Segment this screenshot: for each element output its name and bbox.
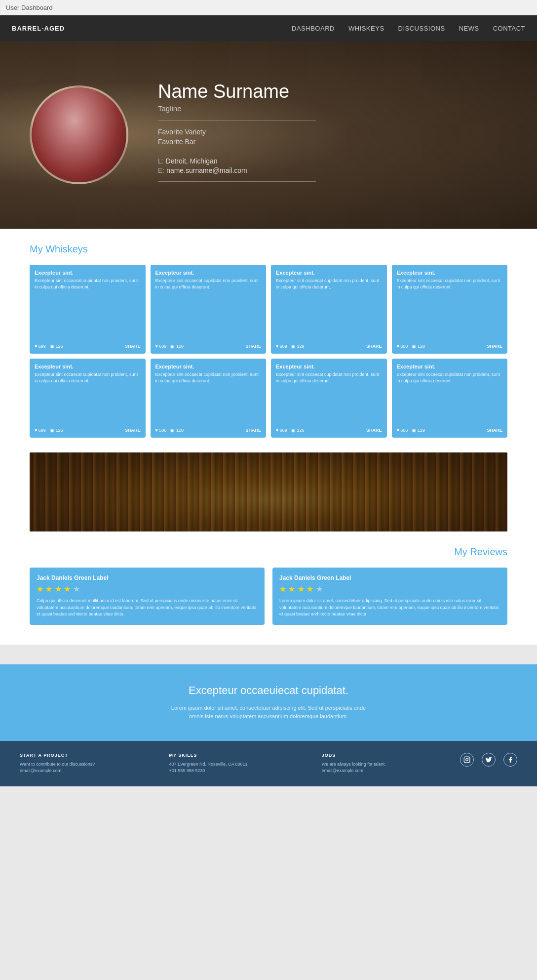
card-title: Excepteur sint.	[276, 364, 382, 369]
share-button[interactable]: SHARE	[487, 428, 502, 433]
card-likes: 506	[155, 428, 167, 433]
nav-links: DASHBOARD WHISKEYS DISCUSSIONS NEWS CONT…	[292, 25, 525, 32]
main-content: My Whiskeys Excepteur sint. Excepteur si…	[0, 229, 537, 645]
hero-favorite-variety: Favorite Variety	[158, 128, 507, 136]
list-item[interactable]: Jack Daniels Green Label ★ ★ ★ ★ ★ Lorem…	[272, 568, 507, 625]
list-item[interactable]: Excepteur sint. Excepteur sint occaecat …	[271, 265, 387, 354]
footer-col-heading: MY SKILLS	[169, 753, 247, 758]
card-footer: 609 120 SHARE	[155, 344, 262, 349]
hero-tagline: Tagline	[158, 104, 507, 113]
card-likes: 606	[397, 428, 408, 433]
star-5-empty: ★	[316, 585, 323, 593]
card-comments: 129	[291, 344, 305, 349]
hero-email: name.surname@mail.com	[158, 166, 507, 174]
share-button[interactable]: SHARE	[125, 428, 141, 433]
navbar: BARREL-AGED DASHBOARD WHISKEYS DISCUSSIO…	[0, 15, 537, 41]
card-body: Excepteur sint occaecat cupidatat non pr…	[155, 371, 262, 384]
card-footer: 506 120 SHARE	[155, 428, 262, 433]
card-footer: 609 126 SHARE	[276, 428, 382, 433]
hero-name: Name Surname	[158, 81, 507, 102]
footer-col-heading: JOBS	[322, 753, 386, 758]
card-title: Excepteur sint.	[276, 270, 382, 276]
card-comments: 120	[412, 344, 425, 349]
list-item[interactable]: Excepteur sint. Excepteur sint occaecat …	[30, 359, 146, 438]
footer-col-start-project: START A PROJECT Want to contribute to ou…	[20, 753, 95, 775]
star-5-empty: ★	[73, 585, 80, 593]
card-body: Excepteur sint occaecat cupidatat non pr…	[276, 371, 382, 384]
list-item[interactable]: Excepteur sint. Excepteur sint occaecat …	[271, 359, 387, 438]
list-item[interactable]: Excepteur sint. Excepteur sint occaecat …	[392, 359, 508, 438]
star-2: ★	[288, 585, 295, 593]
window-title-bar: User Dashboard	[0, 0, 537, 15]
review-stars: ★ ★ ★ ★ ★	[279, 584, 500, 594]
nav-discussions[interactable]: DISCUSSIONS	[398, 25, 445, 32]
cta-banner: Excepteur occaeuiecat cupidatat. Lorem i…	[0, 664, 537, 741]
card-title: Excepteur sint.	[35, 364, 141, 369]
card-likes: 609	[155, 344, 167, 349]
cta-body: Lorem ipsum dolor sit amet, consectetuer…	[165, 704, 372, 721]
nav-news[interactable]: NEWS	[459, 25, 479, 32]
hero-location: Detroit, Michigan	[158, 157, 507, 165]
star-1: ★	[37, 585, 43, 593]
twitter-icon[interactable]	[482, 753, 496, 767]
nav-brand: BARREL-AGED	[12, 25, 65, 32]
list-item[interactable]: Excepteur sint. Excepteur sint occaecat …	[151, 359, 267, 438]
whiskey-grid: Excepteur sint. Excepteur sint occaecat …	[30, 265, 507, 438]
share-button[interactable]: SHARE	[366, 344, 382, 349]
hero-info: Name Surname Tagline Favorite Variety Fa…	[158, 81, 507, 189]
card-footer: 609 129 SHARE	[276, 344, 382, 349]
hero-divider-bottom	[158, 181, 316, 182]
share-button[interactable]: SHARE	[245, 428, 261, 433]
star-1: ★	[279, 585, 286, 593]
hero-divider-top	[158, 121, 316, 121]
footer-col-heading: START A PROJECT	[20, 753, 95, 758]
card-comments: 126	[291, 428, 305, 433]
footer-col-jobs: JOBS We are always looking for talent. e…	[322, 753, 386, 775]
instagram-icon[interactable]	[460, 753, 474, 767]
card-footer: 608 120 SHARE	[397, 344, 503, 349]
nav-whiskeys[interactable]: WHISKEYS	[348, 25, 384, 32]
card-body: Excepteur sint occaecat cupidatat non pr…	[397, 278, 503, 290]
svg-point-1	[466, 758, 468, 761]
list-item[interactable]: Excepteur sint. Excepteur sint occaecat …	[151, 265, 267, 354]
review-title: Jack Daniels Green Label	[37, 574, 258, 581]
card-body: Excepteur sint occaecat cupidatat non pr…	[276, 278, 382, 290]
list-item[interactable]: Jack Daniels Green Label ★ ★ ★ ★ ★ Culpa…	[30, 568, 265, 625]
review-stars: ★ ★ ★ ★ ★	[37, 584, 258, 594]
card-footer: 699 126 SHARE	[35, 428, 141, 433]
star-4: ★	[64, 585, 71, 593]
list-item[interactable]: Excepteur sint. Excepteur sint occaecat …	[392, 265, 508, 354]
list-item[interactable]: Excepteur sint. Excepteur sint occaecat …	[30, 265, 146, 354]
hero-favorite-bar: Favorite Bar	[158, 138, 507, 146]
card-likes: 608	[397, 344, 408, 349]
share-button[interactable]: SHARE	[245, 344, 261, 349]
footer-jobs-email[interactable]: email@example.com	[322, 768, 386, 773]
card-likes: 699	[35, 344, 46, 349]
nav-dashboard[interactable]: DASHBOARD	[292, 25, 335, 32]
card-comments: 129	[412, 428, 425, 433]
card-comments: 120	[170, 344, 184, 349]
card-title: Excepteur sint.	[397, 270, 503, 276]
share-button[interactable]: SHARE	[125, 344, 141, 349]
footer-phone: +01 555 968 5230	[169, 768, 247, 773]
card-title: Excepteur sint.	[155, 364, 262, 369]
nav-contact[interactable]: CONTACT	[493, 25, 525, 32]
card-body: Excepteur sint occaecat cupidatat non pr…	[155, 278, 262, 290]
reviews-title: My Reviews	[30, 546, 507, 558]
avatar-image	[32, 85, 126, 184]
card-body: Excepteur sint occaecat cupidatat non pr…	[397, 371, 503, 384]
star-2: ★	[45, 585, 52, 593]
card-title: Excepteur sint.	[155, 270, 262, 276]
card-comments: 126	[50, 344, 63, 349]
star-4: ★	[307, 585, 313, 593]
review-title: Jack Daniels Green Label	[279, 574, 500, 581]
facebook-icon[interactable]	[503, 753, 517, 767]
card-comments: 126	[50, 428, 63, 433]
card-footer: 699 126 SHARE	[35, 344, 141, 349]
share-button[interactable]: SHARE	[487, 344, 502, 349]
footer-email-link[interactable]: email@example.com	[20, 768, 95, 773]
share-button[interactable]: SHARE	[366, 428, 382, 433]
reviews-grid: Jack Daniels Green Label ★ ★ ★ ★ ★ Culpa…	[30, 568, 507, 625]
star-3: ★	[298, 585, 305, 593]
footer-jobs-text: We are always looking for talent.	[322, 762, 386, 767]
